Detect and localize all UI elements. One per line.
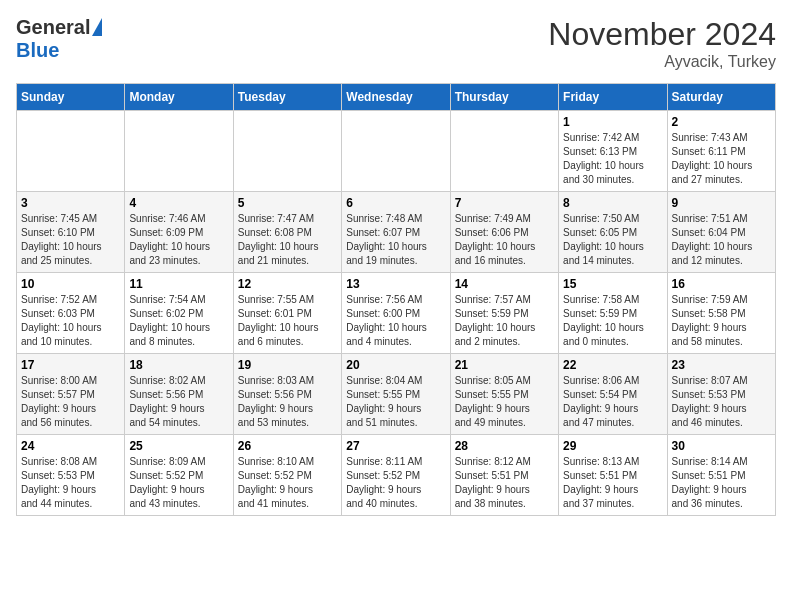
day-number: 14 — [455, 277, 554, 291]
calendar-cell: 29Sunrise: 8:13 AM Sunset: 5:51 PM Dayli… — [559, 435, 667, 516]
calendar-cell: 4Sunrise: 7:46 AM Sunset: 6:09 PM Daylig… — [125, 192, 233, 273]
page-header: General Blue November 2024 Ayvacik, Turk… — [16, 16, 776, 71]
day-number: 8 — [563, 196, 662, 210]
day-number: 29 — [563, 439, 662, 453]
calendar-cell: 30Sunrise: 8:14 AM Sunset: 5:51 PM Dayli… — [667, 435, 775, 516]
day-number: 17 — [21, 358, 120, 372]
calendar-cell: 12Sunrise: 7:55 AM Sunset: 6:01 PM Dayli… — [233, 273, 341, 354]
day-info: Sunrise: 8:05 AM Sunset: 5:55 PM Dayligh… — [455, 374, 554, 430]
day-number: 26 — [238, 439, 337, 453]
weekday-header-monday: Monday — [125, 84, 233, 111]
day-number: 10 — [21, 277, 120, 291]
day-number: 28 — [455, 439, 554, 453]
weekday-header-tuesday: Tuesday — [233, 84, 341, 111]
calendar-week-row: 3Sunrise: 7:45 AM Sunset: 6:10 PM Daylig… — [17, 192, 776, 273]
calendar-header-row: SundayMondayTuesdayWednesdayThursdayFrid… — [17, 84, 776, 111]
day-info: Sunrise: 8:09 AM Sunset: 5:52 PM Dayligh… — [129, 455, 228, 511]
calendar-cell: 24Sunrise: 8:08 AM Sunset: 5:53 PM Dayli… — [17, 435, 125, 516]
logo-triangle-icon — [92, 18, 102, 36]
day-number: 15 — [563, 277, 662, 291]
day-info: Sunrise: 7:55 AM Sunset: 6:01 PM Dayligh… — [238, 293, 337, 349]
day-info: Sunrise: 7:42 AM Sunset: 6:13 PM Dayligh… — [563, 131, 662, 187]
calendar-cell: 13Sunrise: 7:56 AM Sunset: 6:00 PM Dayli… — [342, 273, 450, 354]
day-number: 4 — [129, 196, 228, 210]
calendar-cell — [233, 111, 341, 192]
logo-blue-text: Blue — [16, 39, 59, 62]
day-number: 13 — [346, 277, 445, 291]
day-info: Sunrise: 7:48 AM Sunset: 6:07 PM Dayligh… — [346, 212, 445, 268]
weekday-header-wednesday: Wednesday — [342, 84, 450, 111]
day-info: Sunrise: 7:45 AM Sunset: 6:10 PM Dayligh… — [21, 212, 120, 268]
calendar-cell: 26Sunrise: 8:10 AM Sunset: 5:52 PM Dayli… — [233, 435, 341, 516]
calendar-cell — [450, 111, 558, 192]
calendar-cell: 9Sunrise: 7:51 AM Sunset: 6:04 PM Daylig… — [667, 192, 775, 273]
calendar-cell — [17, 111, 125, 192]
day-info: Sunrise: 8:03 AM Sunset: 5:56 PM Dayligh… — [238, 374, 337, 430]
day-number: 18 — [129, 358, 228, 372]
calendar-cell: 27Sunrise: 8:11 AM Sunset: 5:52 PM Dayli… — [342, 435, 450, 516]
logo-general-text: General — [16, 16, 90, 39]
day-info: Sunrise: 7:52 AM Sunset: 6:03 PM Dayligh… — [21, 293, 120, 349]
day-number: 25 — [129, 439, 228, 453]
calendar-week-row: 10Sunrise: 7:52 AM Sunset: 6:03 PM Dayli… — [17, 273, 776, 354]
calendar-cell: 17Sunrise: 8:00 AM Sunset: 5:57 PM Dayli… — [17, 354, 125, 435]
calendar-cell: 11Sunrise: 7:54 AM Sunset: 6:02 PM Dayli… — [125, 273, 233, 354]
calendar-cell: 10Sunrise: 7:52 AM Sunset: 6:03 PM Dayli… — [17, 273, 125, 354]
weekday-header-thursday: Thursday — [450, 84, 558, 111]
calendar-cell: 28Sunrise: 8:12 AM Sunset: 5:51 PM Dayli… — [450, 435, 558, 516]
calendar-week-row: 1Sunrise: 7:42 AM Sunset: 6:13 PM Daylig… — [17, 111, 776, 192]
day-info: Sunrise: 8:14 AM Sunset: 5:51 PM Dayligh… — [672, 455, 771, 511]
day-info: Sunrise: 8:12 AM Sunset: 5:51 PM Dayligh… — [455, 455, 554, 511]
day-info: Sunrise: 7:57 AM Sunset: 5:59 PM Dayligh… — [455, 293, 554, 349]
day-number: 23 — [672, 358, 771, 372]
day-number: 2 — [672, 115, 771, 129]
day-info: Sunrise: 7:50 AM Sunset: 6:05 PM Dayligh… — [563, 212, 662, 268]
day-info: Sunrise: 7:46 AM Sunset: 6:09 PM Dayligh… — [129, 212, 228, 268]
calendar-cell: 16Sunrise: 7:59 AM Sunset: 5:58 PM Dayli… — [667, 273, 775, 354]
calendar-cell: 22Sunrise: 8:06 AM Sunset: 5:54 PM Dayli… — [559, 354, 667, 435]
calendar-table: SundayMondayTuesdayWednesdayThursdayFrid… — [16, 83, 776, 516]
calendar-cell: 19Sunrise: 8:03 AM Sunset: 5:56 PM Dayli… — [233, 354, 341, 435]
calendar-cell: 7Sunrise: 7:49 AM Sunset: 6:06 PM Daylig… — [450, 192, 558, 273]
calendar-cell: 15Sunrise: 7:58 AM Sunset: 5:59 PM Dayli… — [559, 273, 667, 354]
day-info: Sunrise: 7:59 AM Sunset: 5:58 PM Dayligh… — [672, 293, 771, 349]
title-block: November 2024 Ayvacik, Turkey — [548, 16, 776, 71]
day-info: Sunrise: 8:13 AM Sunset: 5:51 PM Dayligh… — [563, 455, 662, 511]
day-number: 27 — [346, 439, 445, 453]
calendar-cell: 6Sunrise: 7:48 AM Sunset: 6:07 PM Daylig… — [342, 192, 450, 273]
day-info: Sunrise: 8:11 AM Sunset: 5:52 PM Dayligh… — [346, 455, 445, 511]
day-info: Sunrise: 8:04 AM Sunset: 5:55 PM Dayligh… — [346, 374, 445, 430]
month-title: November 2024 — [548, 16, 776, 53]
day-info: Sunrise: 7:43 AM Sunset: 6:11 PM Dayligh… — [672, 131, 771, 187]
calendar-cell: 2Sunrise: 7:43 AM Sunset: 6:11 PM Daylig… — [667, 111, 775, 192]
day-info: Sunrise: 8:06 AM Sunset: 5:54 PM Dayligh… — [563, 374, 662, 430]
calendar-cell: 25Sunrise: 8:09 AM Sunset: 5:52 PM Dayli… — [125, 435, 233, 516]
day-info: Sunrise: 7:58 AM Sunset: 5:59 PM Dayligh… — [563, 293, 662, 349]
day-info: Sunrise: 8:10 AM Sunset: 5:52 PM Dayligh… — [238, 455, 337, 511]
calendar-cell: 8Sunrise: 7:50 AM Sunset: 6:05 PM Daylig… — [559, 192, 667, 273]
calendar-cell: 23Sunrise: 8:07 AM Sunset: 5:53 PM Dayli… — [667, 354, 775, 435]
calendar-cell — [342, 111, 450, 192]
weekday-header-friday: Friday — [559, 84, 667, 111]
day-info: Sunrise: 7:54 AM Sunset: 6:02 PM Dayligh… — [129, 293, 228, 349]
calendar-cell: 5Sunrise: 7:47 AM Sunset: 6:08 PM Daylig… — [233, 192, 341, 273]
day-number: 20 — [346, 358, 445, 372]
day-info: Sunrise: 8:08 AM Sunset: 5:53 PM Dayligh… — [21, 455, 120, 511]
calendar-week-row: 17Sunrise: 8:00 AM Sunset: 5:57 PM Dayli… — [17, 354, 776, 435]
calendar-cell: 18Sunrise: 8:02 AM Sunset: 5:56 PM Dayli… — [125, 354, 233, 435]
day-number: 1 — [563, 115, 662, 129]
day-number: 16 — [672, 277, 771, 291]
day-number: 3 — [21, 196, 120, 210]
calendar-cell: 20Sunrise: 8:04 AM Sunset: 5:55 PM Dayli… — [342, 354, 450, 435]
day-info: Sunrise: 7:56 AM Sunset: 6:00 PM Dayligh… — [346, 293, 445, 349]
day-number: 9 — [672, 196, 771, 210]
day-info: Sunrise: 8:07 AM Sunset: 5:53 PM Dayligh… — [672, 374, 771, 430]
day-number: 24 — [21, 439, 120, 453]
calendar-cell: 1Sunrise: 7:42 AM Sunset: 6:13 PM Daylig… — [559, 111, 667, 192]
day-number: 30 — [672, 439, 771, 453]
day-info: Sunrise: 7:49 AM Sunset: 6:06 PM Dayligh… — [455, 212, 554, 268]
calendar-cell: 21Sunrise: 8:05 AM Sunset: 5:55 PM Dayli… — [450, 354, 558, 435]
day-number: 6 — [346, 196, 445, 210]
location-text: Ayvacik, Turkey — [548, 53, 776, 71]
weekday-header-sunday: Sunday — [17, 84, 125, 111]
